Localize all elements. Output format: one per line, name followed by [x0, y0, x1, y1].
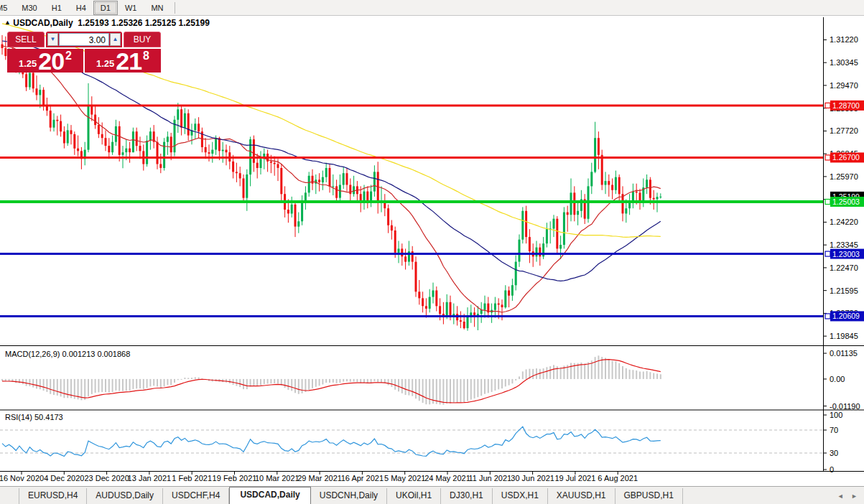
tab-scroll-arrows[interactable]: ◄ ►: [837, 493, 860, 500]
price-tick: 1.23345: [830, 241, 858, 249]
macd-tick: 0.00: [830, 375, 845, 383]
ohlc-low: 1.25125: [145, 18, 176, 28]
tab-usdcnh-daily[interactable]: USDCNH,Daily: [311, 488, 387, 504]
sell-button[interactable]: SELL: [7, 32, 45, 47]
chart-symbol-label: USDCAD,Daily: [13, 18, 73, 28]
volume-input[interactable]: 3.00: [59, 33, 109, 46]
price-tick: 1.24220: [830, 218, 858, 226]
one-click-trading-panel: SELL ▼ 3.00 ▲ BUY 1.25202 1.25218: [7, 32, 161, 73]
rsi-pane-label: RSI(14) 50.4173: [5, 413, 63, 421]
rsi-tick: 100: [830, 411, 842, 419]
bid-price[interactable]: 1.25202: [7, 49, 83, 73]
tab-dj30-h1[interactable]: DJ30,H1: [441, 488, 493, 504]
bid-prefix: 1.25: [19, 58, 37, 69]
date-tick: 4 Dec 2020: [44, 474, 84, 482]
macd-pane-label: MACD(12,26,9) 0.001213 0.001868: [5, 350, 130, 358]
price-tick: 1.30345: [830, 58, 858, 67]
price-tick: 1.21595: [830, 286, 858, 295]
tab-usdx-h1[interactable]: USDX,H1: [493, 488, 548, 504]
timeframe-m30[interactable]: M30: [14, 1, 44, 15]
price-tick: 1.31220: [830, 35, 858, 44]
timeframe-h4[interactable]: H4: [69, 1, 93, 15]
svg-text:1.20609: 1.20609: [832, 312, 860, 320]
chart-up-arrow-icon: ▲: [4, 19, 11, 26]
chart-canvas: 1.312201.303451.294701.285951.277201.268…: [0, 0, 864, 504]
date-tick: 16 Apr 2021: [341, 474, 384, 482]
rsi-tick: 70: [830, 426, 838, 434]
ask-main: 21: [116, 51, 141, 71]
timeframe-m5[interactable]: M5: [0, 1, 14, 15]
date-tick: 11 Jun 2021: [468, 474, 511, 482]
svg-text:1.28700: 1.28700: [832, 101, 860, 110]
bid-main: 20: [38, 51, 64, 71]
macd-tick: -0.01190: [830, 402, 860, 411]
buy-button[interactable]: BUY: [124, 32, 161, 47]
timeframe-toolbar: M5M30H1H4D1W1MN: [0, 0, 864, 16]
date-tick: 13 Jan 2021: [128, 474, 172, 482]
ask-pip: 8: [143, 50, 149, 62]
date-tick: 19 Feb 2021: [213, 474, 257, 482]
date-tick: 5 May 2021: [384, 474, 425, 482]
macd-tick: 0.01135: [830, 349, 858, 358]
date-tick: 24 May 2021: [424, 474, 470, 482]
ohlc-close: 1.25199: [179, 18, 210, 28]
rsi-tick: 30: [830, 449, 838, 457]
tab-gbpusd-h1[interactable]: GBPUSD,H1: [616, 488, 683, 504]
ask-prefix: 1.25: [96, 58, 114, 69]
tab-xauusd-h1[interactable]: XAUUSD,H1: [548, 488, 616, 504]
date-tick: 10 Mar 2021: [255, 474, 299, 482]
tab-usdchf-h4[interactable]: USDCHF,H4: [163, 488, 229, 504]
timeframe-h1[interactable]: H1: [45, 1, 69, 15]
timeframe-mn[interactable]: MN: [144, 1, 170, 15]
symbol-tab-bar: EURUSD,H4AUDUSD,DailyUSDCHF,H4USDCAD,Dai…: [0, 486, 864, 504]
ohlc-open: 1.25193: [78, 18, 108, 28]
date-tick: 29 Mar 2021: [297, 474, 342, 482]
chart-ohlc-title: ▲ USDCAD,Daily 1.25193 1.25326 1.25125 1…: [4, 18, 210, 28]
timeframe-w1[interactable]: W1: [118, 1, 144, 15]
price-tick: 1.25970: [830, 172, 858, 181]
svg-text:1.26700: 1.26700: [832, 153, 860, 162]
rsi-tick: 0: [830, 465, 834, 474]
toolbar-separator: [175, 2, 175, 14]
date-tick: 30 Jun 2021: [511, 474, 554, 482]
bid-pip: 2: [65, 50, 72, 62]
price-tick: 1.22470: [830, 263, 858, 272]
ask-price[interactable]: 1.25218: [85, 49, 161, 73]
price-tick: 1.19845: [830, 332, 858, 340]
svg-text:1.23003: 1.23003: [832, 250, 860, 258]
date-tick: 23 Dec 2020: [84, 474, 129, 482]
volume-decrease-button[interactable]: ▼: [47, 33, 58, 46]
tab-audusd-daily[interactable]: AUDUSD,Daily: [87, 488, 163, 504]
timeframe-d1[interactable]: D1: [93, 1, 118, 15]
date-tick: 16 Nov 2020: [0, 474, 44, 482]
volume-increase-button[interactable]: ▲: [110, 33, 121, 46]
date-tick: 1 Feb 2021: [172, 474, 212, 482]
tab-ukoil-h1[interactable]: UKOil,H1: [387, 488, 441, 504]
date-tick: 6 Aug 2021: [598, 474, 638, 482]
volume-stepper: ▼ 3.00 ▲: [46, 32, 122, 47]
ohlc-high: 1.25326: [111, 18, 142, 28]
date-tick: 19 Jul 2021: [554, 474, 595, 482]
svg-text:1.25003: 1.25003: [832, 197, 860, 206]
tab-usdcad-daily[interactable]: USDCAD,Daily: [229, 487, 310, 504]
price-tick: 1.27720: [830, 126, 858, 135]
tab-eurusd-h4[interactable]: EURUSD,H4: [19, 488, 87, 504]
price-tick: 1.29470: [830, 81, 858, 90]
